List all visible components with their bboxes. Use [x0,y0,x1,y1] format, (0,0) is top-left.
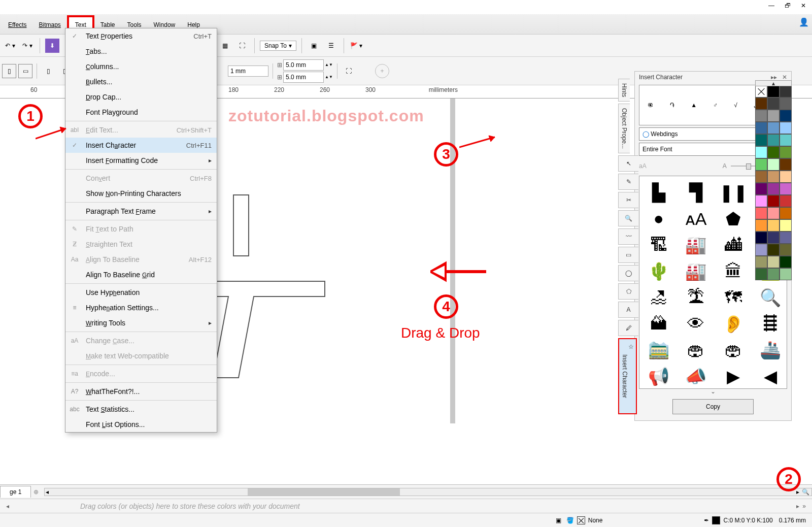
tab-object-properties[interactable]: Object Prope... [618,104,630,153]
tab-pick-icon[interactable]: ↖ [618,155,638,172]
color-swatch[interactable] [767,232,780,244]
glyph-cell[interactable]: ● [645,207,672,231]
pages-button[interactable]: ▯ [41,64,55,78]
tab-page1[interactable]: ge 1 [0,486,31,498]
menu-item[interactable]: Columns... [65,59,217,74]
color-swatch[interactable] [780,219,792,232]
color-swatch[interactable] [780,158,792,171]
color-swatch[interactable] [755,85,767,97]
menu-bitmaps[interactable]: Bitmaps [32,17,66,31]
color-swatch[interactable] [755,97,767,110]
launch-button[interactable]: 🚩 ▾ [349,39,363,53]
color-swatch[interactable] [767,183,780,195]
color-swatch[interactable] [755,171,767,183]
hscrollbar[interactable]: ◂ ▸ 🔍 [44,488,812,496]
color-swatch[interactable] [780,232,792,244]
color-swatch[interactable] [755,146,767,158]
gridy-input[interactable] [283,72,324,83]
color-swatch[interactable] [780,171,792,183]
menu-item[interactable]: Show Non-Printing Characters [65,186,217,201]
color-swatch[interactable] [755,110,767,122]
color-swatch[interactable] [767,158,780,171]
glyph-cell[interactable]: 🏙 [719,233,748,257]
glyph-cell[interactable]: 👂 [719,312,748,336]
color-swatch[interactable] [755,268,767,280]
palette-up[interactable]: ▴ [755,80,792,86]
color-swatch[interactable] [755,183,767,195]
color-swatch[interactable] [767,146,780,158]
menu-item[interactable]: Insert Formatting Code▸ [65,153,217,168]
menu-item[interactable]: Align To Baseline Grid [65,267,217,282]
glyph-cell[interactable]: 🛤 [757,312,785,336]
glyph-cell[interactable]: ▙ [645,180,672,205]
color-swatch[interactable] [755,256,767,268]
menu-item[interactable]: Writing Tools▸ [65,315,217,331]
glyph-cell[interactable]: 🏔 [645,312,672,336]
portrait-button[interactable]: ▯ [2,64,16,78]
close-button[interactable]: ✕ [798,1,809,10]
glyph-cell[interactable]: 🗺 [719,285,748,310]
glyph-cell[interactable]: 🏟 [719,338,748,363]
menu-item[interactable]: ≡Hyphenation Settings... [65,300,217,315]
fullscreen-button[interactable]: ⛶ [235,39,249,53]
color-swatch[interactable] [755,207,767,219]
color-swatch[interactable] [755,219,767,232]
size-input[interactable] [228,65,268,77]
menu-item[interactable]: Bullets... [65,74,217,89]
tab-crop-icon[interactable]: ✂ [618,192,638,208]
restore-button[interactable]: 🗗 [782,1,794,10]
color-swatch[interactable] [767,110,780,122]
color-swatch[interactable] [767,268,780,280]
glyph-cell[interactable]: 🚢 [757,338,785,363]
color-swatch[interactable] [767,85,780,97]
glyph-cell[interactable]: ▜ [682,180,709,205]
color-swatch[interactable] [780,134,792,146]
color-swatch[interactable] [780,207,792,219]
glyph-cell[interactable]: 🏟 [682,338,709,363]
gridx-input[interactable] [283,59,324,71]
menu-item[interactable]: Use Hyphenation [65,285,217,300]
tab-poly-icon[interactable]: ⬠ [618,283,638,300]
color-swatch[interactable] [755,232,767,244]
glyph-cell[interactable]: 🏗 [645,233,672,257]
glyph-cell[interactable]: ▶ [719,364,748,388]
color-swatch[interactable] [780,195,792,207]
color-swatch[interactable] [767,207,780,219]
color-swatch[interactable] [755,122,767,134]
crop-button[interactable]: ⛶ [342,64,356,78]
glyph-cell[interactable]: 🚞 [645,338,672,363]
color-swatch[interactable] [767,171,780,183]
menu-item[interactable]: Font List Options... [65,417,217,432]
glyph-cell[interactable]: 🏭 [682,259,709,283]
color-swatch[interactable] [780,146,792,158]
tab-curve-icon[interactable]: 〰 [618,228,638,245]
color-swatch[interactable] [767,195,780,207]
color-swatch[interactable] [767,134,780,146]
glyph-cell[interactable]: 📣 [682,364,709,388]
tab-shape-icon[interactable]: ✎ [618,174,638,190]
add-page-button[interactable]: ⊕ [31,488,41,496]
menu-effects[interactable]: Effects [2,17,32,31]
menu-item[interactable]: Tabs... [65,44,217,59]
color-swatch[interactable] [780,97,792,110]
glyph-cell[interactable]: 🔍 [757,285,785,310]
glyph-cell[interactable]: 🏛 [719,259,748,283]
menu-item[interactable]: abcText Statistics... [65,402,217,417]
big-a-icon[interactable]: A [723,162,727,170]
color-swatch[interactable] [767,219,780,232]
color-swatch[interactable] [755,158,767,171]
glyph-cell[interactable]: ❚❚ [719,180,748,205]
tab-zoom-icon[interactable]: 🔍 [618,210,638,226]
glyph-cell[interactable]: 👁 [682,312,709,336]
glyph-cell[interactable]: 🏝 [682,285,709,310]
undo-button[interactable]: ↶ ▾ [3,39,17,53]
color-swatch[interactable] [780,110,792,122]
options-button[interactable]: ▣ [307,39,321,53]
glyph-cell[interactable]: 🏭 [682,233,709,257]
landscape-button[interactable]: ▭ [18,64,32,78]
tab-text-icon[interactable]: A [618,302,638,318]
tab-insert-character[interactable]: ☆ Insert Character [618,338,637,414]
add-button[interactable]: ＋ [375,64,389,78]
tab-ellipse-icon[interactable]: ◯ [618,265,638,281]
glyph-cell[interactable]: 📢 [645,364,672,388]
